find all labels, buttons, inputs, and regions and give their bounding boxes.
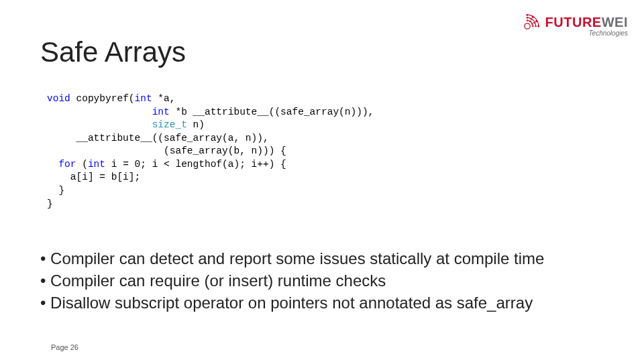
svg-point-4 [537, 25, 539, 27]
svg-point-5 [526, 17, 528, 19]
svg-point-10 [529, 20, 531, 22]
logo-word-1: FUTURE [545, 15, 602, 29]
logo-swirl-icon [513, 12, 541, 40]
svg-point-11 [531, 23, 533, 25]
svg-point-1 [526, 14, 528, 16]
svg-point-3 [535, 20, 537, 22]
bullet-3: • Disallow subscript operator on pointer… [40, 292, 624, 313]
svg-point-0 [524, 23, 529, 29]
logo-text: FUTUREWEI Technologies [545, 15, 628, 37]
bullet-2: • Compiler can require (or insert) runti… [40, 270, 624, 291]
svg-point-12 [532, 25, 534, 27]
company-logo: FUTUREWEI Technologies [513, 12, 628, 40]
svg-point-2 [531, 16, 533, 18]
logo-word-2: WEI [602, 15, 628, 29]
page-number: Page 26 [51, 343, 78, 351]
svg-point-7 [533, 21, 535, 23]
bullet-1: • Compiler can detect and report some is… [40, 248, 624, 269]
code-block: void copybyref(int *a, int *b __attribut… [47, 93, 374, 210]
svg-point-9 [526, 19, 528, 21]
logo-subtitle: Technologies [545, 30, 628, 37]
svg-point-8 [535, 25, 537, 27]
svg-point-6 [531, 18, 533, 20]
bullet-list: • Compiler can detect and report some is… [40, 248, 624, 315]
slide-title: Safe Arrays [40, 36, 186, 68]
